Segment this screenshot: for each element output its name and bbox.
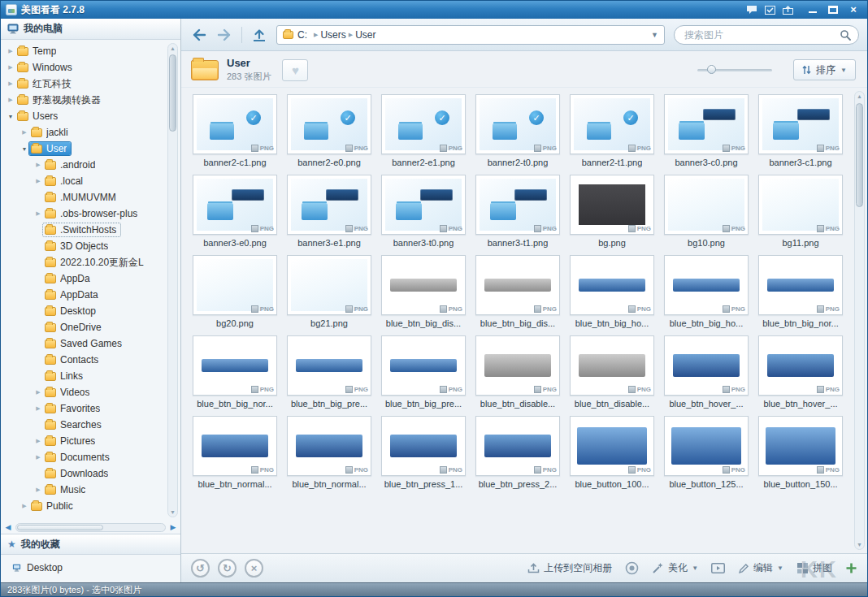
tree-item[interactable]: ▼Users <box>2 108 166 124</box>
thumbnail-item[interactable]: PNGblue_button_125... <box>659 416 753 489</box>
tree-item[interactable]: ▶jackli <box>2 124 166 141</box>
thumbnail-image[interactable]: PNG <box>381 94 466 154</box>
thumbnail-image[interactable]: PNG <box>193 94 277 154</box>
thumbnail-item[interactable]: PNGbanner3-e1.png <box>282 175 376 248</box>
tree-horizontal-scrollbar[interactable]: ◀ ▶ <box>1 521 180 534</box>
thumbnail-item[interactable]: PNGblue_btn_big_nor... <box>188 335 282 409</box>
favorites-header[interactable]: ★ 我的收藏 <box>1 534 180 555</box>
scroll-down-icon[interactable]: ▼ <box>855 542 864 547</box>
thumbnail-item[interactable]: PNGblue_btn_big_ho... <box>565 255 659 328</box>
thumbnail-image[interactable]: PNG <box>287 94 371 154</box>
thumbnail-item[interactable]: PNGbanner2-t0.png <box>471 94 565 167</box>
thumbnail-image[interactable]: PNG <box>475 255 560 315</box>
thumbnail-image[interactable]: PNG <box>570 175 654 235</box>
tree-item[interactable]: ▶.MUMUVMM <box>2 189 166 205</box>
search-box[interactable] <box>674 25 859 45</box>
thumbnail-item[interactable]: PNGbanner3-c0.png <box>659 94 753 167</box>
thumbnail-image[interactable]: PNG <box>758 175 843 235</box>
thumbnail-item[interactable]: PNGbanner3-t0.png <box>376 175 471 248</box>
collapse-arrow-icon[interactable]: ▼ <box>20 146 29 152</box>
sort-dropdown-icon[interactable]: ▼ <box>840 67 847 74</box>
collage-button[interactable]: 拼图 <box>796 561 832 575</box>
scroll-right-icon[interactable]: ▶ <box>168 523 178 531</box>
thumbnail-image[interactable]: PNG <box>570 94 654 154</box>
address-dropdown-icon[interactable]: ▼ <box>651 31 658 39</box>
search-input[interactable] <box>684 29 835 41</box>
thumbnail-image[interactable]: PNG <box>287 175 371 235</box>
thumbnail-image[interactable]: PNG <box>475 175 560 235</box>
thumbnail-image[interactable]: PNG <box>758 335 843 396</box>
scrollbar-thumb[interactable] <box>856 103 863 207</box>
scrollbar-thumb[interactable] <box>169 54 176 132</box>
thumbnail-image[interactable]: PNG <box>193 335 277 396</box>
scroll-up-icon[interactable]: ▲ <box>168 45 177 51</box>
thumbnail-item[interactable]: PNGblue_button_150... <box>753 416 848 489</box>
tree-item[interactable]: ▶红瓦科技 <box>2 76 166 92</box>
thumbnail-item[interactable]: PNGbg.png <box>565 175 659 248</box>
thumbnail-item[interactable]: PNGblue_btn_big_pre... <box>376 335 471 409</box>
tree-scrollbar[interactable]: ▲ ▼ <box>167 43 178 517</box>
thumbnail-image[interactable]: PNG <box>664 175 749 235</box>
thumbnail-item[interactable]: PNGbanner3-e0.png <box>188 175 282 248</box>
search-icon[interactable] <box>840 29 851 41</box>
thumbnail-image[interactable]: PNG <box>381 416 466 476</box>
hscroll-thumb[interactable] <box>17 525 103 530</box>
tree-item[interactable]: ▶Desktop <box>2 303 166 319</box>
grid-scrollbar[interactable]: ▲ ▼ <box>854 91 865 550</box>
thumbnail-item[interactable]: PNGbanner3-c1.png <box>753 94 848 167</box>
address-crumb[interactable]: User <box>355 29 375 41</box>
address-drive[interactable]: C: <box>297 29 307 41</box>
thumbnail-image[interactable]: PNG <box>381 335 466 396</box>
expand-arrow-icon[interactable]: ▶ <box>33 178 43 184</box>
upload-to-album-button[interactable]: 上传到空间相册 <box>527 561 612 575</box>
thumbnail-image[interactable]: PNG <box>570 255 654 315</box>
share-icon[interactable] <box>783 6 793 15</box>
thumbnail-item[interactable]: PNGbg21.png <box>282 255 376 328</box>
thumbnail-image[interactable]: PNG <box>758 94 843 154</box>
thumbnail-item[interactable]: PNGblue_button_100... <box>565 416 659 489</box>
tree-item[interactable]: ▶Favorites <box>2 400 166 417</box>
zoom-slider[interactable] <box>697 62 772 78</box>
zoom-slider-knob[interactable] <box>707 65 716 74</box>
scroll-left-icon[interactable]: ◀ <box>3 523 13 531</box>
thumbnail-image[interactable]: PNG <box>758 416 843 476</box>
up-button[interactable] <box>248 24 271 45</box>
thumbnail-image[interactable]: PNG <box>287 335 371 396</box>
edit-button[interactable]: 编辑 ▼ <box>738 561 783 575</box>
expand-arrow-icon[interactable]: ▶ <box>33 438 43 444</box>
thumbnail-item[interactable]: PNGbanner2-e1.png <box>376 94 471 167</box>
tree-item[interactable]: ▶Documents <box>2 449 166 465</box>
expand-arrow-icon[interactable]: ▶ <box>6 64 15 71</box>
expand-arrow-icon[interactable]: ▶ <box>6 97 15 103</box>
thumbnail-item[interactable]: PNGbanner2-t1.png <box>565 94 659 167</box>
thumbnail-item[interactable]: PNGblue_btn_normal... <box>282 416 376 489</box>
tree-item[interactable]: ▶.local <box>2 173 166 189</box>
beautify-button[interactable]: 美化 ▼ <box>652 561 698 575</box>
minimize-button[interactable] <box>807 5 818 15</box>
tree-item[interactable]: ▶.obs-browser-plus <box>2 205 166 222</box>
rotate-left-button[interactable]: ↺ <box>191 559 210 578</box>
tree-item[interactable]: ▶Temp <box>2 43 166 59</box>
scroll-up-icon[interactable]: ▲ <box>855 93 864 99</box>
thumbnail-item[interactable]: PNGblue_btn_normal... <box>188 416 282 489</box>
thumbnail-item[interactable]: PNGblue_btn_big_dis... <box>376 255 471 328</box>
my-computer-header[interactable]: 我的电脑 <box>1 19 180 40</box>
thumbnail-image[interactable]: PNG <box>475 94 560 154</box>
thumbnail-image[interactable]: PNG <box>381 255 466 315</box>
thumbnail-image[interactable]: PNG <box>758 255 843 315</box>
thumbnail-item[interactable]: PNGbanner2-c1.png <box>188 94 282 167</box>
thumbnail-image[interactable]: PNG <box>193 416 277 476</box>
expand-arrow-icon[interactable]: ▶ <box>33 454 43 461</box>
expand-arrow-icon[interactable]: ▶ <box>33 210 43 217</box>
tree-item[interactable]: ▶Pictures <box>2 433 166 449</box>
thumbnail-item[interactable]: PNGblue_btn_hover_... <box>659 335 753 409</box>
back-button[interactable] <box>188 24 210 45</box>
expand-arrow-icon[interactable]: ▶ <box>20 129 29 136</box>
tree-item[interactable]: ▶AppData <box>2 287 166 303</box>
tree-item[interactable]: ▶2022.10.20更新金L <box>2 254 166 270</box>
rotate-right-button[interactable]: ↻ <box>218 559 237 578</box>
tree-item[interactable]: ▶Searches <box>2 417 166 433</box>
thumbnail-item[interactable]: PNGblue_btn_big_dis... <box>471 255 565 328</box>
thumbnail-item[interactable]: PNGblue_btn_big_pre... <box>282 335 376 409</box>
thumbnail-image[interactable]: PNG <box>193 175 277 235</box>
